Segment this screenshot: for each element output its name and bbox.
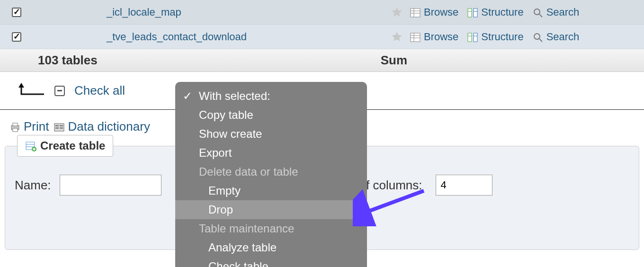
table-name-link[interactable]: _tve_leads_contact_download bbox=[107, 31, 247, 43]
row-actions: Browse Structure Search bbox=[410, 6, 644, 18]
svg-rect-10 bbox=[411, 33, 420, 42]
browse-icon bbox=[410, 7, 421, 18]
data-dictionary-link[interactable]: Data dictionary bbox=[54, 119, 150, 134]
sum-label: Sum bbox=[381, 53, 644, 68]
browse-label: Browse bbox=[424, 31, 458, 43]
dd-export[interactable]: Export bbox=[175, 143, 367, 162]
row-checkbox[interactable] bbox=[12, 32, 21, 42]
svg-rect-27 bbox=[60, 127, 63, 129]
svg-point-8 bbox=[534, 9, 540, 15]
svg-rect-15 bbox=[474, 33, 477, 42]
svg-rect-24 bbox=[55, 125, 59, 126]
print-icon bbox=[9, 122, 21, 132]
svg-rect-21 bbox=[13, 123, 18, 126]
dd-copy-table[interactable]: Copy table bbox=[175, 106, 367, 125]
svg-point-18 bbox=[534, 34, 540, 39]
browse-action[interactable]: Browse bbox=[410, 31, 458, 43]
dd-drop[interactable]: Drop bbox=[175, 200, 367, 219]
with-selected-dropdown[interactable]: With selected: Copy table Show create Ex… bbox=[175, 82, 367, 267]
structure-icon bbox=[467, 32, 478, 42]
svg-rect-14 bbox=[468, 33, 472, 42]
name-input[interactable] bbox=[60, 175, 161, 196]
svg-rect-5 bbox=[474, 9, 477, 17]
svg-rect-22 bbox=[13, 128, 18, 132]
dd-show-create[interactable]: Show create bbox=[175, 125, 367, 143]
svg-line-9 bbox=[539, 14, 542, 17]
dd-check[interactable]: Check table bbox=[175, 257, 367, 267]
name-label: Name: bbox=[15, 178, 51, 193]
structure-action[interactable]: Structure bbox=[467, 6, 523, 18]
table-name-link[interactable]: _icl_locale_map bbox=[107, 6, 181, 18]
dd-empty[interactable]: Empty bbox=[175, 181, 367, 200]
svg-rect-25 bbox=[60, 125, 63, 126]
row-checkbox-cell bbox=[0, 8, 33, 17]
search-label: Search bbox=[546, 31, 580, 43]
table-row: _tve_leads_contact_download Browse Struc… bbox=[0, 25, 644, 49]
row-checkbox[interactable] bbox=[12, 8, 21, 17]
create-table-button[interactable]: Create table bbox=[17, 135, 113, 157]
browse-icon bbox=[410, 32, 421, 42]
search-icon bbox=[532, 7, 544, 18]
dd-analyze[interactable]: Analyze table bbox=[175, 238, 367, 257]
print-link[interactable]: Print bbox=[9, 119, 49, 134]
search-icon bbox=[532, 32, 544, 42]
structure-label: Structure bbox=[481, 31, 523, 43]
up-left-arrow-icon bbox=[17, 82, 45, 100]
data-dictionary-icon bbox=[54, 122, 65, 132]
dd-group-delete: Delete data or table bbox=[175, 162, 367, 181]
checkall-label[interactable]: Check all bbox=[74, 83, 125, 98]
dd-header[interactable]: With selected: bbox=[175, 87, 367, 106]
structure-icon bbox=[467, 7, 478, 18]
columns-label: of columns: bbox=[359, 178, 422, 193]
create-table-icon bbox=[25, 141, 36, 151]
browse-action[interactable]: Browse bbox=[410, 6, 458, 18]
svg-rect-26 bbox=[55, 127, 59, 129]
checkall-tristate[interactable] bbox=[54, 86, 65, 96]
svg-rect-0 bbox=[411, 9, 420, 17]
tables-count: 103 tables bbox=[0, 53, 98, 68]
browse-label: Browse bbox=[424, 6, 458, 18]
create-table-label: Create table bbox=[40, 139, 105, 152]
search-label: Search bbox=[546, 6, 580, 18]
search-action[interactable]: Search bbox=[532, 31, 580, 43]
svg-rect-4 bbox=[468, 9, 472, 17]
search-action[interactable]: Search bbox=[532, 6, 580, 18]
table-row: _icl_locale_map Browse Structure bbox=[0, 0, 644, 25]
svg-line-19 bbox=[539, 39, 542, 42]
summary-row: 103 tables Sum bbox=[0, 49, 644, 72]
favorite-star-icon[interactable] bbox=[384, 6, 410, 18]
row-checkbox-cell bbox=[0, 32, 33, 42]
columns-input[interactable] bbox=[436, 175, 492, 196]
print-label: Print bbox=[24, 119, 49, 134]
dd-group-maintenance: Table maintenance bbox=[175, 219, 367, 238]
favorite-star-icon[interactable] bbox=[384, 31, 410, 43]
row-name-cell: _icl_locale_map bbox=[33, 6, 384, 18]
row-name-cell: _tve_leads_contact_download bbox=[33, 31, 384, 43]
structure-label: Structure bbox=[481, 6, 523, 18]
row-actions: Browse Structure Search bbox=[410, 31, 644, 43]
structure-action[interactable]: Structure bbox=[467, 31, 523, 43]
data-dictionary-label: Data dictionary bbox=[68, 119, 150, 134]
table-rows: _icl_locale_map Browse Structure bbox=[0, 0, 644, 49]
